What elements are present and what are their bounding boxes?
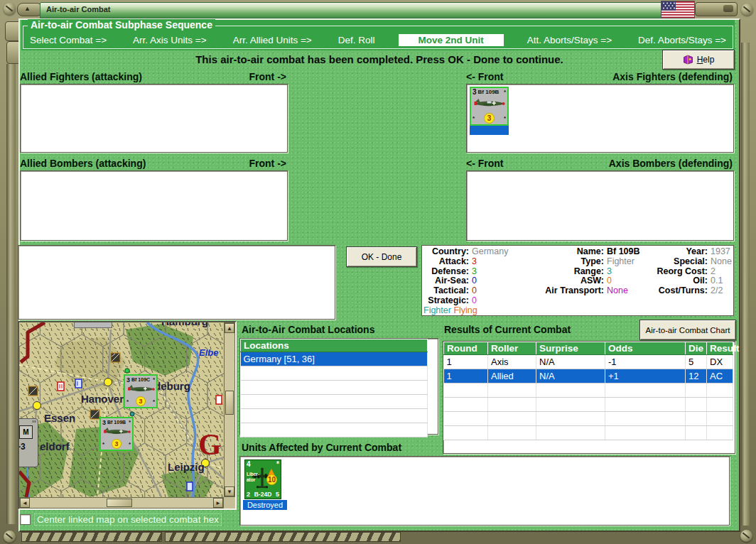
counter-name: Bf 109C	[131, 376, 153, 383]
frame-stripe-decoration	[21, 532, 162, 542]
mini-map: Hamburg Magdeburg Hanover Essen eldorf L…	[18, 321, 237, 510]
ok-done-button[interactable]: OK - Done	[346, 246, 417, 267]
scroll-left-button[interactable]: ◄	[20, 498, 30, 508]
map-horizontal-scrollbar[interactable]: ◄ ►	[19, 497, 224, 508]
counter-name: B-24D	[254, 491, 272, 498]
subphase-steps: Select Combat =>Arr. Axis Units =>Arr. A…	[27, 33, 729, 47]
table-empty-row[interactable]	[241, 381, 428, 395]
unit-info-row: Type:Fighter	[539, 257, 652, 267]
unit-info-row: Year:1937	[654, 247, 732, 257]
map-viewport[interactable]: Hamburg Magdeburg Hanover Essen eldorf L…	[19, 322, 224, 497]
fighter-silhouette-icon	[102, 427, 131, 437]
results-heading: Results of Current Combat	[444, 324, 571, 335]
table-empty-row[interactable]	[241, 366, 428, 381]
table-empty-row[interactable]	[444, 426, 733, 440]
locations-heading: Air-to-Air Combat Locations	[242, 324, 374, 335]
scroll-right-button[interactable]: ►	[213, 498, 223, 508]
center-map-checkbox[interactable]	[20, 514, 31, 525]
allied-fighters-panel[interactable]	[20, 84, 288, 153]
fighter-silhouette-icon	[126, 384, 156, 394]
game-window: { "window": { "title": "Air-to-air Comba…	[0, 0, 756, 544]
table-empty-row[interactable]	[444, 383, 733, 398]
table-empty-row[interactable]	[444, 398, 733, 412]
table-header: Roller	[488, 342, 536, 355]
axis-fighters-panel[interactable]: 3 Bf 109B * * 3 *	[466, 84, 734, 153]
allied-fighters-front-label: Front ->	[249, 71, 287, 82]
table-header: Surprise	[536, 342, 605, 355]
counter-star: *	[504, 115, 506, 121]
unit-info-row: Strategic:0	[423, 296, 537, 306]
unit-info-row: Reorg Cost:2	[654, 267, 732, 277]
unit-info-row: Country:Germany	[423, 247, 537, 257]
svg-text:G: G	[198, 428, 222, 461]
destroyed-unit-counter-b24d[interactable]: 4 * Liber- ator 10 2 B-24D 5	[244, 459, 281, 499]
unit-info-row: Oil:0.1	[654, 276, 732, 286]
partial-counter-top[interactable]	[74, 322, 112, 328]
table-empty-row[interactable]	[241, 395, 428, 409]
axis-bombers-front-label: <- Front	[466, 158, 504, 169]
vertical-scroll-thumb[interactable]	[225, 391, 234, 415]
allied-bombers-front-label: Front ->	[249, 158, 287, 169]
table-row[interactable]: 1AxisN/A-15DX	[444, 355, 733, 369]
subphase-step: Def. Aborts/Stays =>	[635, 34, 729, 46]
screw-decoration	[741, 4, 753, 16]
counter-name-line: ator	[247, 477, 255, 482]
title-bar[interactable]: Air-to-air Combat	[40, 2, 694, 18]
subphase-step: Arr. Allied Units =>	[230, 34, 315, 46]
counter-strength: 3	[126, 376, 130, 383]
window-latch-button[interactable]	[695, 2, 738, 16]
allied-bombers-panel[interactable]	[20, 170, 288, 241]
counter-type-box: M	[19, 425, 33, 439]
subphase-step: Move 2nd Unit	[399, 34, 504, 46]
map-vertical-scrollbar[interactable]: ▲ ▼	[224, 322, 235, 497]
counter-corner-text: xx	[32, 419, 36, 423]
counter-star: *	[126, 398, 129, 405]
combat-log-panel[interactable]	[18, 245, 335, 320]
window-collapse-button[interactable]: ▲	[17, 3, 43, 16]
scroll-down-button[interactable]: ▼	[225, 486, 234, 496]
latch-notch	[723, 5, 733, 12]
frame-stripe-decoration	[165, 532, 401, 542]
table-empty-row[interactable]	[444, 412, 733, 426]
locations-table[interactable]: LocationsGermany [51, 36]	[240, 339, 428, 437]
us-flag-icon	[661, 1, 695, 18]
horizontal-scroll-thumb[interactable]	[107, 499, 132, 507]
center-map-checkbox-label[interactable]: Center linked map on selected combat hex	[35, 514, 221, 525]
unit-info-row: Attack:3	[423, 257, 537, 267]
scroll-up-button[interactable]: ▲	[225, 323, 234, 333]
axis-bombers-panel[interactable]	[466, 170, 734, 241]
table-header: Die	[686, 342, 707, 355]
table-empty-row[interactable]	[241, 423, 428, 437]
table-row[interactable]: Germany [51, 36]	[241, 352, 428, 366]
map-unit-counter-bf109b[interactable]: 3 Bf 109B * * 3 *	[99, 417, 134, 451]
partial-counter-left[interactable]: xx M -3	[19, 418, 38, 467]
results-table[interactable]: RoundRollerSurpriseOddsDieResult1AxisN/A…	[443, 342, 733, 440]
status-message: This air-to-air combat has been complete…	[20, 53, 739, 65]
counter-strength: 3	[102, 419, 106, 426]
help-button-label: Help	[697, 55, 715, 65]
table-header: Odds	[605, 342, 686, 355]
svg-text:eldorf: eldorf	[40, 440, 70, 452]
unit-info-row: Cost/Turns:2/2	[654, 286, 732, 296]
destroyed-status-badge: Destroyed	[243, 500, 287, 510]
window-title: Air-to-air Combat	[46, 5, 110, 13]
counter-star: *	[102, 441, 104, 447]
svg-text:Leipzig: Leipzig	[168, 461, 205, 473]
table-empty-row[interactable]	[241, 409, 428, 423]
unit-info-row: Range:3	[539, 267, 652, 277]
counter-value: -3	[19, 442, 26, 452]
table-header: Result	[707, 342, 733, 355]
unit-counter-bf109b[interactable]: 3 Bf 109B * * 3 *	[470, 87, 509, 126]
counter-selection-bar	[470, 126, 509, 135]
map-unit-counter-bf109c[interactable]: 3 Bf 109C * * 3 *	[124, 374, 158, 408]
help-button[interactable]: Help	[662, 50, 735, 70]
table-row[interactable]: 1AlliedN/A+112AC	[444, 369, 733, 383]
screw-decoration	[740, 530, 752, 542]
counter-range-badge: 3	[112, 439, 122, 449]
allied-fighters-label: Allied Fighters (attacking)	[20, 71, 142, 82]
unit-info-row: Air Transport:None	[539, 286, 652, 296]
counter-strength: 4	[247, 460, 251, 468]
counter-star: *	[504, 89, 506, 96]
locations-panel: LocationsGermany [51, 36]	[239, 338, 438, 435]
combat-chart-button[interactable]: Air-to-air Combat Chart	[639, 320, 736, 340]
